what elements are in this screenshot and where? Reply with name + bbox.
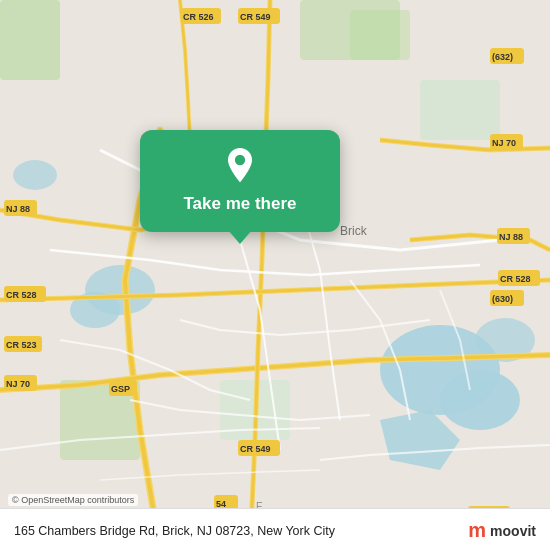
moovit-logo: m moovit [468, 519, 536, 542]
svg-point-7 [13, 160, 57, 190]
svg-text:CR 526: CR 526 [183, 12, 214, 22]
svg-text:(632): (632) [492, 52, 513, 62]
svg-text:CR 528: CR 528 [500, 274, 531, 284]
svg-text:Brick: Brick [340, 224, 368, 238]
svg-text:CR 523: CR 523 [6, 340, 37, 350]
map-container: CR 526 CR 549 NJ 88 NJ 88 NJ 70 CR 528 C… [0, 0, 550, 550]
map-background: CR 526 CR 549 NJ 88 NJ 88 NJ 70 CR 528 C… [0, 0, 550, 550]
moovit-m-letter: m [468, 519, 486, 542]
svg-text:(630): (630) [492, 294, 513, 304]
svg-rect-10 [420, 80, 500, 140]
svg-text:NJ 88: NJ 88 [499, 232, 523, 242]
location-pin-icon [222, 148, 258, 184]
bottom-bar: 165 Chambers Bridge Rd, Brick, NJ 08723,… [0, 508, 550, 550]
svg-text:NJ 70: NJ 70 [492, 138, 516, 148]
svg-rect-8 [0, 0, 60, 80]
address-label: 165 Chambers Bridge Rd, Brick, NJ 08723,… [14, 524, 468, 538]
svg-text:CR 528: CR 528 [6, 290, 37, 300]
svg-rect-13 [350, 10, 410, 60]
svg-text:NJ 88: NJ 88 [6, 204, 30, 214]
osm-attribution: © OpenStreetMap contributors [8, 494, 138, 506]
svg-point-2 [440, 370, 520, 430]
take-me-there-button[interactable]: Take me there [183, 194, 296, 214]
map-popup[interactable]: Take me there [140, 130, 340, 232]
svg-text:GSP: GSP [111, 384, 130, 394]
svg-text:NJ 70: NJ 70 [6, 379, 30, 389]
svg-text:CR 549: CR 549 [240, 12, 271, 22]
svg-point-46 [235, 155, 245, 165]
moovit-wordmark: moovit [490, 523, 536, 539]
svg-text:CR 549: CR 549 [240, 444, 271, 454]
